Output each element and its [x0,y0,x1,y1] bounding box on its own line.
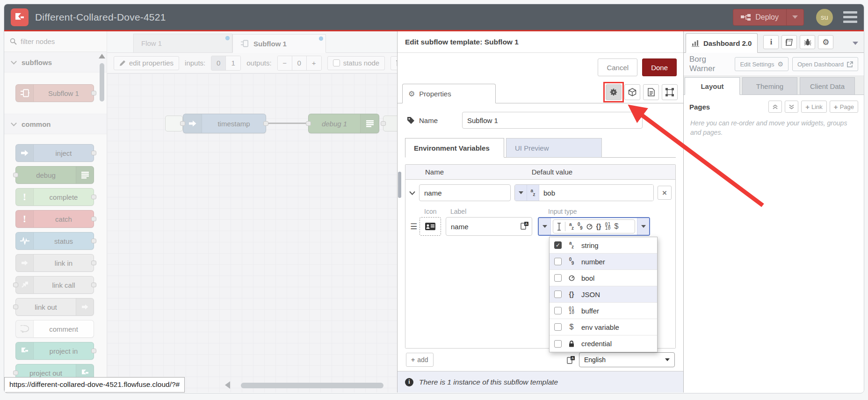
outputs-decrease-button[interactable]: − [278,56,292,70]
checkbox-checked[interactable]: ✓ [554,241,562,249]
input-port[interactable] [13,173,18,177]
palette-section-common[interactable]: common [4,114,107,134]
tab-client-data[interactable]: Client Data [800,77,855,95]
tab-subflow-1[interactable]: Subflow 1 [232,34,326,53]
menu-item-bool[interactable]: bool [550,270,657,286]
canvas-node-timestamp[interactable]: timestamp [183,114,266,133]
output-port[interactable] [180,121,185,126]
filter-nodes-input[interactable] [21,37,91,45]
inputs-option-0[interactable]: 0 [211,56,226,70]
output-port[interactable] [91,349,96,353]
sidebar-options-caret[interactable] [853,42,858,45]
module-properties-button[interactable] [624,84,640,100]
expand-all-button[interactable] [785,101,798,113]
menu-item-buffer[interactable]: 0110 buffer [550,303,657,319]
menu-item-json[interactable]: {} JSON [550,286,657,303]
palette-scrollbar[interactable] [98,54,106,391]
palette-section-subflows[interactable]: subflows [4,52,107,73]
delete-subflow-button[interactable]: delete subflow [391,56,397,70]
add-link-button[interactable]: +Link [801,101,827,113]
inputs-option-1[interactable]: 1 [226,56,240,70]
output-port[interactable] [91,91,96,95]
add-env-var-button[interactable]: +add [406,353,434,367]
output-port[interactable] [91,195,96,199]
edit-settings-button[interactable]: Edit Settings ⚙ [735,57,788,71]
language-select[interactable]: English [579,352,675,367]
scroll-left-icon[interactable] [225,381,230,389]
output-port[interactable] [91,283,96,287]
value-type-dropdown-button[interactable] [515,185,527,201]
output-port[interactable] [91,151,96,155]
choose-icon-button[interactable] [420,217,441,236]
collapse-caret-icon[interactable] [409,191,415,195]
horizontal-scrollbar-thumb[interactable] [241,383,383,388]
palette-node-link-in[interactable]: link in [15,254,94,272]
output-port[interactable] [263,121,268,126]
env-var-label-input[interactable] [446,217,532,236]
tab-properties[interactable]: ⚙ Properties [402,84,496,103]
palette-node-complete[interactable]: ! complete [15,188,94,206]
menu-item-env-variable[interactable]: $ env variable [550,319,657,335]
input-port[interactable] [306,121,311,126]
tab-dashboard-2[interactable]: Dashboard 2.0 [686,33,758,53]
palette-node-status[interactable]: status [15,232,94,250]
status-node-checkbox[interactable] [333,59,340,66]
appearance-button[interactable] [662,84,678,100]
env-var-name-input[interactable] [419,184,511,201]
palette-search[interactable] [4,31,107,52]
remove-row-button[interactable]: ✕ [658,186,672,200]
palette-node-debug[interactable]: debug [15,166,94,184]
edit-properties-button[interactable]: edit properties [114,56,179,70]
palette-node-link-out[interactable]: link out [15,298,94,316]
open-dashboard-button[interactable]: Open Dashboard [792,57,858,71]
done-button[interactable]: Done [642,58,677,76]
debug-tab-button[interactable] [800,35,815,49]
palette-node-link-call[interactable]: link call [15,276,94,294]
properties-gear-button[interactable] [606,84,622,100]
input-type-field[interactable]: az 09 {} 0110 $ [553,219,635,233]
palette-node-subflow-1[interactable]: Subflow 1 [15,84,94,102]
flow-canvas[interactable]: timestamp debug 1 [107,73,397,393]
output-port[interactable] [91,261,96,265]
palette-node-comment[interactable]: comment [15,320,94,338]
deploy-options-caret[interactable] [786,9,803,25]
subflow-output-stub[interactable] [383,116,397,131]
palette-node-project-in[interactable]: project in [15,342,94,360]
deploy-button[interactable]: Deploy [733,9,804,26]
checkbox[interactable] [554,291,562,298]
scrollbar-thumb[interactable] [100,63,104,102]
subflow-input-stub[interactable] [165,116,183,131]
checkbox[interactable] [554,258,562,265]
checkbox[interactable] [554,323,562,331]
tab-environment-variables[interactable]: Environment Variables [405,138,504,158]
scroll-up-icon[interactable] [99,54,105,58]
palette-node-inject[interactable]: inject [15,144,94,162]
output-port[interactable] [91,239,96,243]
env-var-value-input[interactable] [539,185,653,201]
canvas-node-debug-1[interactable]: debug 1 [308,114,379,133]
input-type-dropdown-right[interactable] [637,218,649,235]
tab-theming[interactable]: Theming [742,77,797,95]
info-tab-button[interactable]: i [763,35,779,49]
menu-item-number[interactable]: 09 number [550,254,657,270]
drag-handle[interactable]: ☰ [410,222,420,232]
tab-flow-1[interactable]: Flow 1 [133,34,232,52]
input-type-dropdown-left[interactable] [539,218,551,235]
input-port[interactable] [13,305,18,309]
tab-ui-preview[interactable]: UI Preview [506,138,602,158]
dialog-scrollbar-thumb[interactable] [398,172,401,198]
cancel-button[interactable]: Cancel [598,58,637,76]
collapse-all-button[interactable] [768,101,782,113]
input-port[interactable] [13,371,18,375]
menu-item-string[interactable]: ✓ az string [550,237,657,254]
output-port[interactable] [91,217,96,221]
palette-node-catch[interactable]: ! catch [15,210,94,228]
add-page-button[interactable]: +Page [830,101,858,113]
tab-layout[interactable]: Layout [685,77,740,95]
subflow-name-input[interactable] [462,112,643,129]
settings-tab-button[interactable]: ⚙ [818,35,833,49]
checkbox[interactable] [554,307,562,314]
help-tab-button[interactable] [781,35,797,49]
status-node-toggle[interactable]: status node [327,56,385,70]
checkbox[interactable] [554,340,562,348]
